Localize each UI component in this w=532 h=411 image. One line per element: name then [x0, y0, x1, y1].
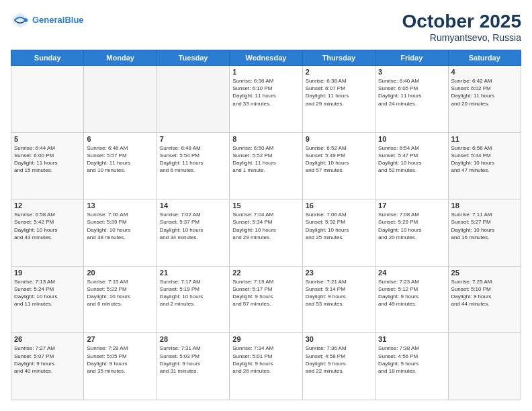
- day-info: Sunrise: 7:25 AM Sunset: 5:10 PM Dayligh…: [451, 278, 518, 308]
- calendar-cell: 31Sunrise: 7:38 AM Sunset: 4:56 PM Dayli…: [375, 333, 448, 400]
- week-row-3: 12Sunrise: 6:58 AM Sunset: 5:42 PM Dayli…: [11, 199, 521, 267]
- calendar-cell: 22Sunrise: 7:19 AM Sunset: 5:17 PM Dayli…: [230, 266, 302, 333]
- day-number: 15: [232, 201, 299, 210]
- logo-general: General: [32, 15, 64, 25]
- logo: GeneralBlue: [11, 11, 84, 30]
- day-number: 13: [87, 201, 153, 210]
- calendar-cell: 24Sunrise: 7:23 AM Sunset: 5:12 PM Dayli…: [375, 266, 448, 333]
- calendar-cell: [84, 66, 157, 133]
- day-number: 6: [87, 135, 153, 143]
- week-row-2: 5Sunrise: 6:44 AM Sunset: 6:00 PM Daylig…: [11, 132, 521, 199]
- calendar-cell: 23Sunrise: 7:21 AM Sunset: 5:14 PM Dayli…: [302, 266, 375, 333]
- calendar-cell: 17Sunrise: 7:08 AM Sunset: 5:29 PM Dayli…: [375, 199, 448, 267]
- col-friday: Friday: [375, 50, 448, 66]
- day-info: Sunrise: 7:08 AM Sunset: 5:29 PM Dayligh…: [378, 211, 445, 241]
- week-row-5: 26Sunrise: 7:27 AM Sunset: 5:07 PM Dayli…: [11, 333, 521, 400]
- day-info: Sunrise: 6:42 AM Sunset: 6:02 PM Dayligh…: [451, 77, 518, 107]
- calendar-cell: 29Sunrise: 7:34 AM Sunset: 5:01 PM Dayli…: [230, 333, 302, 400]
- day-number: 11: [451, 135, 518, 143]
- day-info: Sunrise: 7:34 AM Sunset: 5:01 PM Dayligh…: [232, 345, 299, 375]
- day-number: 21: [160, 269, 226, 277]
- day-number: 25: [451, 269, 518, 277]
- calendar-cell: 20Sunrise: 7:15 AM Sunset: 5:22 PM Dayli…: [84, 266, 157, 333]
- day-number: 8: [232, 135, 299, 143]
- day-number: 19: [14, 269, 81, 277]
- header-row: Sunday Monday Tuesday Wednesday Thursday…: [11, 50, 521, 66]
- page: GeneralBlue October 2025 Rumyantsevo, Ru…: [0, 0, 532, 411]
- calendar-cell: 2Sunrise: 6:38 AM Sunset: 6:07 PM Daylig…: [302, 66, 375, 133]
- day-number: 23: [306, 269, 372, 277]
- title-block: October 2025 Rumyantsevo, Russia: [402, 11, 521, 43]
- calendar-cell: 7Sunrise: 6:48 AM Sunset: 5:54 PM Daylig…: [157, 132, 229, 199]
- col-monday: Monday: [84, 50, 157, 66]
- day-info: Sunrise: 6:50 AM Sunset: 5:52 PM Dayligh…: [232, 144, 299, 175]
- svg-point-1: [24, 18, 28, 22]
- day-info: Sunrise: 6:58 AM Sunset: 5:42 PM Dayligh…: [14, 211, 81, 241]
- calendar-cell: 13Sunrise: 7:00 AM Sunset: 5:39 PM Dayli…: [84, 199, 157, 267]
- day-number: 18: [451, 201, 518, 210]
- day-number: 27: [87, 335, 153, 343]
- calendar-cell: 28Sunrise: 7:31 AM Sunset: 5:03 PM Dayli…: [157, 333, 229, 400]
- col-tuesday: Tuesday: [157, 50, 229, 66]
- col-sunday: Sunday: [11, 50, 84, 66]
- col-saturday: Saturday: [448, 50, 521, 66]
- calendar-cell: 27Sunrise: 7:29 AM Sunset: 5:05 PM Dayli…: [84, 333, 157, 400]
- day-number: 28: [160, 335, 226, 343]
- day-info: Sunrise: 7:36 AM Sunset: 4:58 PM Dayligh…: [306, 345, 372, 375]
- calendar-cell: 25Sunrise: 7:25 AM Sunset: 5:10 PM Dayli…: [448, 266, 521, 333]
- calendar-cell: 6Sunrise: 6:46 AM Sunset: 5:57 PM Daylig…: [84, 132, 157, 199]
- col-wednesday: Wednesday: [230, 50, 302, 66]
- day-number: 2: [306, 68, 372, 76]
- calendar-cell: 5Sunrise: 6:44 AM Sunset: 6:00 PM Daylig…: [11, 132, 84, 199]
- day-info: Sunrise: 7:06 AM Sunset: 5:32 PM Dayligh…: [306, 211, 372, 241]
- day-number: 22: [232, 269, 299, 277]
- day-info: Sunrise: 6:48 AM Sunset: 5:54 PM Dayligh…: [160, 144, 226, 175]
- calendar-cell: 21Sunrise: 7:17 AM Sunset: 5:19 PM Dayli…: [157, 266, 229, 333]
- day-info: Sunrise: 7:29 AM Sunset: 5:05 PM Dayligh…: [87, 345, 153, 375]
- calendar-cell: 4Sunrise: 6:42 AM Sunset: 6:02 PM Daylig…: [448, 66, 521, 133]
- day-info: Sunrise: 7:17 AM Sunset: 5:19 PM Dayligh…: [160, 278, 226, 308]
- day-number: 24: [378, 269, 445, 277]
- day-number: 20: [87, 269, 153, 277]
- day-number: 26: [14, 335, 81, 343]
- day-number: 4: [451, 68, 518, 76]
- logo-blue: Blue: [64, 15, 83, 25]
- day-number: 5: [14, 135, 81, 143]
- calendar-cell: 19Sunrise: 7:13 AM Sunset: 5:24 PM Dayli…: [11, 266, 84, 333]
- day-info: Sunrise: 6:44 AM Sunset: 6:00 PM Dayligh…: [14, 144, 81, 175]
- calendar-cell: [11, 66, 84, 133]
- day-info: Sunrise: 7:02 AM Sunset: 5:37 PM Dayligh…: [160, 211, 226, 241]
- day-info: Sunrise: 7:19 AM Sunset: 5:17 PM Dayligh…: [232, 278, 299, 308]
- header: GeneralBlue October 2025 Rumyantsevo, Ru…: [11, 11, 521, 43]
- calendar-cell: [448, 333, 521, 400]
- day-number: 16: [306, 201, 372, 210]
- logo-text: GeneralBlue: [32, 15, 84, 26]
- calendar-table: Sunday Monday Tuesday Wednesday Thursday…: [11, 50, 521, 400]
- logo-icon: [11, 11, 30, 30]
- calendar-cell: 9Sunrise: 6:52 AM Sunset: 5:49 PM Daylig…: [302, 132, 375, 199]
- day-info: Sunrise: 7:31 AM Sunset: 5:03 PM Dayligh…: [160, 345, 226, 375]
- month-title: October 2025: [402, 11, 521, 32]
- day-info: Sunrise: 6:38 AM Sunset: 6:07 PM Dayligh…: [306, 77, 372, 107]
- day-number: 14: [160, 201, 226, 210]
- day-info: Sunrise: 7:38 AM Sunset: 4:56 PM Dayligh…: [378, 345, 445, 375]
- day-info: Sunrise: 6:54 AM Sunset: 5:47 PM Dayligh…: [378, 144, 445, 175]
- day-info: Sunrise: 7:23 AM Sunset: 5:12 PM Dayligh…: [378, 278, 445, 308]
- day-info: Sunrise: 6:56 AM Sunset: 5:44 PM Dayligh…: [451, 144, 518, 175]
- calendar-cell: 1Sunrise: 6:36 AM Sunset: 6:10 PM Daylig…: [230, 66, 302, 133]
- day-number: 1: [232, 68, 299, 76]
- day-info: Sunrise: 6:36 AM Sunset: 6:10 PM Dayligh…: [232, 77, 299, 107]
- calendar-cell: 30Sunrise: 7:36 AM Sunset: 4:58 PM Dayli…: [302, 333, 375, 400]
- calendar-cell: 3Sunrise: 6:40 AM Sunset: 6:05 PM Daylig…: [375, 66, 448, 133]
- calendar-cell: 8Sunrise: 6:50 AM Sunset: 5:52 PM Daylig…: [230, 132, 302, 199]
- day-number: 9: [306, 135, 372, 143]
- day-info: Sunrise: 7:15 AM Sunset: 5:22 PM Dayligh…: [87, 278, 153, 308]
- location: Rumyantsevo, Russia: [402, 32, 521, 43]
- day-number: 7: [160, 135, 226, 143]
- day-info: Sunrise: 7:04 AM Sunset: 5:34 PM Dayligh…: [232, 211, 299, 241]
- calendar-cell: 14Sunrise: 7:02 AM Sunset: 5:37 PM Dayli…: [157, 199, 229, 267]
- day-info: Sunrise: 7:13 AM Sunset: 5:24 PM Dayligh…: [14, 278, 81, 308]
- calendar-cell: 15Sunrise: 7:04 AM Sunset: 5:34 PM Dayli…: [230, 199, 302, 267]
- day-info: Sunrise: 6:46 AM Sunset: 5:57 PM Dayligh…: [87, 144, 153, 175]
- day-number: 29: [232, 335, 299, 343]
